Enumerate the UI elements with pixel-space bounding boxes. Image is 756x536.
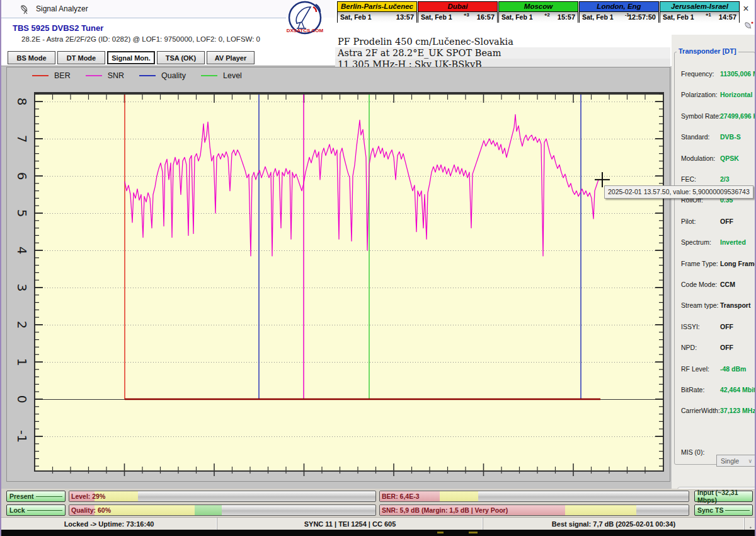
titlebar-divider bbox=[1, 18, 286, 18]
clock-5: Jerusalem-IsraelSat, Feb 1+114:57 bbox=[660, 1, 740, 23]
clock-city-label: Moscow bbox=[499, 2, 578, 12]
field-label: CarrierWidth: bbox=[681, 407, 720, 414]
mode-button-av-player[interactable]: AV Player bbox=[207, 51, 255, 64]
dxsatcs-logo: DXSATCS.COM bbox=[283, 1, 329, 36]
field-value: Inverted bbox=[720, 238, 746, 246]
mis-dropdown[interactable]: Single ∨ bbox=[716, 455, 755, 467]
mini-dish-icon bbox=[743, 20, 755, 32]
field-label: Modulation: bbox=[681, 154, 715, 162]
field-value: 37,123 MHz bbox=[720, 407, 756, 414]
progress-bar-label: BER: 6,4E-3 bbox=[382, 492, 420, 500]
clock-city-label: London, Eng bbox=[580, 2, 658, 12]
progress-bar-label: Level: 29% bbox=[71, 492, 105, 500]
field-label: Stream type: bbox=[681, 301, 719, 309]
legend-label: Level bbox=[223, 71, 242, 80]
legend-label: BER bbox=[54, 71, 71, 80]
clock-time: 16:57 bbox=[477, 13, 495, 21]
field-label: Frame Type: bbox=[681, 260, 718, 267]
bar-segment-yellow bbox=[440, 491, 479, 501]
world-clocks: Berlin-Paris-LučenecSat, Feb 113:57Dubai… bbox=[337, 1, 740, 23]
clock-city-label: Dubai bbox=[418, 2, 497, 12]
field-label: Spectrum: bbox=[681, 238, 711, 246]
window-title: Signal Analyzer bbox=[36, 4, 88, 13]
signal-analyzer-window: Signal Analyzer × TBS 5925 DVBS2 Tuner 2… bbox=[0, 0, 756, 536]
chart-tooltip: 2025-02-01 13.57.50, value: 5,9000000953… bbox=[604, 185, 753, 199]
field-label: Symbol Rate: bbox=[681, 112, 721, 120]
transponder-row-code-mode: Code Mode:CCM bbox=[681, 281, 756, 289]
field-value: Horizontal bbox=[720, 91, 752, 98]
field-value: 2/3 bbox=[720, 175, 730, 183]
transponder-panel: Transponder [DT] Frequency:11305,006 MHz… bbox=[672, 35, 756, 517]
status-box-label: Lock bbox=[9, 506, 25, 514]
clock-date: Sat, Feb 1 bbox=[582, 13, 614, 21]
mode-button-tsa-ok[interactable]: TSA (OK) bbox=[157, 51, 205, 64]
field-label: NPD: bbox=[681, 344, 697, 351]
chevron-down-icon: ∨ bbox=[748, 455, 752, 467]
status-box-sync-ts: Sync TS bbox=[694, 504, 753, 516]
field-label: BitRate: bbox=[681, 386, 704, 393]
field-value: -48 dBm bbox=[720, 365, 746, 373]
statusbar-cell-3: Best signal: 7,7 dB (2025-02-01 00:34) bbox=[483, 518, 745, 530]
transponder-row-symbol-rate: Symbol Rate:27499,696 KS/s bbox=[681, 112, 756, 121]
transponder-groupbox: Frequency:11305,006 MHzPolarization:Hori… bbox=[674, 52, 755, 465]
progress-bar-label: Quality: 60% bbox=[71, 506, 111, 514]
transponder-row-modulation: Modulation:QPSK bbox=[681, 154, 756, 163]
station-info-line-2: Astra 2F at 28.2°E_UK SPOT Beam bbox=[335, 47, 670, 59]
clock-1: Berlin-Paris-LučenecSat, Feb 113:57 bbox=[337, 1, 417, 23]
field-label: ISSYI: bbox=[681, 323, 700, 330]
transponder-row-carrierwidth: CarrierWidth:37,123 MHz bbox=[681, 407, 756, 416]
field-label: Frequency: bbox=[681, 70, 714, 78]
transponder-row-rf-level: RF Level:-48 dBm bbox=[681, 365, 756, 374]
transponder-row-stream-type: Stream type:Transport bbox=[681, 301, 756, 310]
legend-swatch bbox=[201, 75, 217, 76]
progress-bar-snr: SNR: 5,9 dB (Margin: 1,5 dB | Very Poor) bbox=[379, 504, 689, 516]
clock-time: 14:57 bbox=[719, 13, 736, 21]
field-value: QPSK bbox=[720, 154, 739, 162]
progress-bar-ber: BER: 6,4E-3 bbox=[379, 491, 689, 502]
bar-segment-green bbox=[195, 505, 222, 515]
statusbar-cell-1: Locked -> Uptime: 73:16:40 bbox=[1, 518, 217, 530]
taskbar-speck bbox=[437, 532, 444, 533]
y-tick-label-3: 3 bbox=[13, 279, 30, 296]
clock-utc-offset: +2 bbox=[544, 12, 550, 18]
clock-date: Sat, Feb 1 bbox=[340, 13, 372, 21]
chart-legend: BERSNRQualityLevel bbox=[32, 71, 257, 80]
field-label: Pilot: bbox=[681, 218, 696, 225]
close-icon[interactable]: × bbox=[740, 3, 752, 15]
transponder-panel-title: Transponder [DT] bbox=[677, 47, 738, 55]
transponder-row-npd: NPD:OFF bbox=[681, 344, 756, 352]
mode-button-signal-mon[interactable]: Signal Mon. bbox=[107, 51, 155, 64]
station-info-line-1: PF Prodelin 450 cm/Lučenec-Slovakia bbox=[335, 36, 670, 47]
transponder-row-polarization: Polarization:Horizontal bbox=[681, 91, 756, 100]
mis-value: Single bbox=[721, 457, 739, 465]
svg-text:DXSATCS.COM: DXSATCS.COM bbox=[287, 28, 324, 33]
field-label: Standard: bbox=[681, 133, 710, 141]
transponder-row-standard: Standard:DVB-S bbox=[681, 133, 756, 142]
mode-button-dt-mode[interactable]: DT Mode bbox=[57, 51, 105, 64]
mode-button-bs-mode[interactable]: BS Mode bbox=[8, 51, 55, 64]
legend-item-snr: SNR bbox=[86, 71, 124, 80]
legend-label: Quality bbox=[161, 71, 186, 80]
progress-bar-quality: Quality: 60% bbox=[69, 504, 376, 516]
y-tick-label-1: 1 bbox=[13, 354, 30, 370]
chart-plot-area[interactable] bbox=[35, 93, 663, 471]
field-label: RF Level: bbox=[681, 365, 709, 373]
legend-item-quality: Quality bbox=[139, 71, 186, 80]
y-tick-label-8: 8 bbox=[13, 93, 30, 110]
field-value: 11305,006 MHz bbox=[720, 70, 756, 78]
y-tick-label--1: -1 bbox=[13, 428, 30, 445]
y-tick-label-5: 5 bbox=[13, 205, 30, 221]
clock-3: MoscowSat, Feb 1+215:57 bbox=[498, 1, 578, 23]
field-value: Long Frame bbox=[720, 260, 756, 267]
mis-label: MIS (0): bbox=[681, 448, 704, 456]
y-tick-label-4: 4 bbox=[13, 242, 30, 259]
legend-swatch bbox=[86, 75, 102, 76]
clock-4: London, EngSat, Feb 1-112:57:50 bbox=[579, 1, 659, 23]
clock-utc-offset: +3 bbox=[464, 12, 469, 18]
mode-button-row: BS ModeDT ModeSignal Mon.TSA (OK)AV Play… bbox=[8, 51, 255, 64]
clock-utc-offset: +1 bbox=[706, 12, 711, 18]
y-tick-label-7: 7 bbox=[13, 131, 30, 147]
transponder-row-fec: FEC:2/3 bbox=[681, 175, 756, 184]
status-box-label: Sync TS bbox=[697, 506, 723, 514]
status-box-input-mbps: Input (~32,31 Mbps) bbox=[694, 491, 753, 502]
